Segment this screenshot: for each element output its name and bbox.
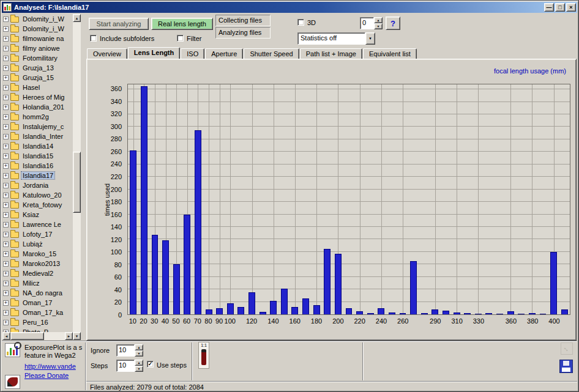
expand-icon[interactable]: + — [3, 261, 9, 267]
expand-icon[interactable]: + — [3, 251, 9, 257]
expand-icon[interactable]: + — [3, 193, 9, 198]
expand-icon[interactable]: + — [3, 300, 9, 306]
tree-item[interactable]: +Kreta_fotowy — [2, 200, 73, 210]
spin-up-icon[interactable]: ▲ — [135, 344, 143, 350]
website-link[interactable]: http://www.vande — [24, 363, 76, 370]
chevron-down-icon[interactable]: ▼ — [365, 32, 375, 45]
expand-icon[interactable]: + — [3, 290, 9, 296]
tree-item[interactable]: +Oman_17 — [2, 298, 73, 308]
minimize-button[interactable]: — — [544, 3, 554, 12]
expand-icon[interactable]: + — [3, 95, 9, 100]
scroll-left-icon[interactable]: ◄ — [2, 332, 10, 340]
expand-icon[interactable]: + — [3, 320, 9, 325]
expand-icon[interactable]: + — [3, 134, 9, 139]
expand-icon[interactable]: + — [3, 105, 9, 110]
expand-icon[interactable]: + — [3, 75, 9, 81]
use-steps-checkbox[interactable]: ✓ — [147, 361, 154, 368]
tree-item[interactable]: +Maroko2013 — [2, 259, 73, 268]
filter-checkbox[interactable] — [177, 35, 184, 42]
scroll-up-icon[interactable]: ▲ — [73, 14, 81, 22]
expand-icon[interactable]: + — [3, 36, 9, 42]
tree-item[interactable]: +Islandia14 — [2, 141, 73, 151]
expand-icon[interactable]: + — [3, 173, 9, 179]
tree-item[interactable]: +Lofoty_17 — [2, 229, 73, 239]
include-subfolders-checkbox[interactable] — [90, 35, 97, 42]
tab-shutter-speed[interactable]: Shutter Speed — [244, 48, 299, 59]
tree-item[interactable]: +Instalujemy_c — [2, 122, 73, 131]
statistics-dropdown[interactable]: Statistics off ▼ — [297, 32, 375, 45]
expand-icon[interactable]: + — [3, 144, 9, 149]
spin-up-icon[interactable]: ▲ — [374, 17, 383, 23]
tree-item[interactable]: +Lawrence Le — [2, 220, 73, 229]
expand-icon[interactable]: + — [3, 222, 9, 227]
tree-item[interactable]: +Peru_16 — [2, 317, 73, 327]
expand-icon[interactable]: + — [3, 281, 9, 286]
close-button[interactable]: × — [566, 3, 576, 12]
donate-link[interactable]: Please Donate — [24, 372, 69, 379]
tab-overview[interactable]: Overview — [87, 48, 127, 59]
titlebar[interactable]: Analysed: F:\Islandia17 — □ × — [2, 2, 577, 13]
tree-item[interactable]: +Photo_P — [2, 327, 73, 332]
tree-item[interactable]: +Katulowo_20 — [2, 190, 73, 200]
expand-icon[interactable]: + — [3, 114, 9, 120]
expand-icon[interactable]: + — [3, 153, 9, 159]
folder-tree[interactable]: +Dolomity_i_W+Dolomity_i_W+filmowanie na… — [2, 14, 73, 332]
tree-item[interactable]: +Hasel — [2, 83, 73, 92]
expand-icon[interactable]: + — [3, 17, 9, 22]
expand-icon[interactable]: + — [3, 46, 9, 51]
tree-item[interactable]: +Gruzja_15 — [2, 73, 73, 83]
expand-icon[interactable]: + — [3, 26, 9, 32]
tree-item[interactable]: +Milicz — [2, 278, 73, 288]
tree-item[interactable]: +Gruzja_13 — [2, 63, 73, 73]
tree-item[interactable]: +Islandia17 — [2, 171, 73, 180]
steps-value[interactable]: 10 — [116, 360, 135, 372]
start-analyzing-button[interactable]: Start analyzing — [89, 18, 149, 30]
tree-vertical-scrollbar[interactable]: ▲ ▼ — [73, 14, 81, 340]
ignore-spinner[interactable]: 10 ▲ ▼ — [116, 344, 143, 357]
3d-spinner[interactable]: 0 ▲ ▼ — [360, 17, 383, 29]
tree-item[interactable]: +Islandia15 — [2, 151, 73, 161]
tree-item[interactable]: +NA_do nagra — [2, 288, 73, 298]
spin-down-icon[interactable]: ▼ — [135, 366, 143, 372]
expand-icon[interactable]: + — [3, 183, 9, 188]
tree-item[interactable]: +Jordania — [2, 180, 73, 190]
tab-aperture[interactable]: Aperture — [205, 48, 243, 59]
tree-item[interactable]: +Fotomilitary — [2, 53, 73, 63]
spin-up-icon[interactable]: ▲ — [135, 360, 143, 366]
expand-icon[interactable]: + — [3, 163, 9, 169]
tab-path-list-image[interactable]: Path list + Image — [300, 48, 362, 59]
tree-item[interactable]: +Dolomity_i_W — [2, 24, 73, 34]
ignore-value[interactable]: 10 — [116, 344, 135, 357]
tree-item[interactable]: +filmowanie na — [2, 34, 73, 43]
expand-icon[interactable]: + — [3, 242, 9, 247]
tree-item[interactable]: +Lubiąż — [2, 239, 73, 249]
tree-item[interactable]: +Dolomity_i_W — [2, 14, 73, 24]
tree-item[interactable]: +Oman_17_ka — [2, 308, 73, 317]
expand-icon[interactable]: + — [3, 85, 9, 91]
3d-spinner-value[interactable]: 0 — [360, 17, 374, 29]
tab-lens-length[interactable]: Lens Length — [128, 47, 180, 59]
spin-down-icon[interactable]: ▼ — [135, 350, 143, 357]
tab-iso[interactable]: ISO — [181, 48, 204, 59]
3d-checkbox[interactable] — [297, 19, 304, 26]
scroll-down-icon[interactable]: ▼ — [73, 332, 81, 340]
maximize-button[interactable]: □ — [555, 3, 565, 12]
scrollbar-thumb[interactable] — [73, 152, 81, 213]
tree-item[interactable]: +Heroes of Mig — [2, 92, 73, 102]
tree-item[interactable]: +Islandia_Inter — [2, 131, 73, 141]
tree-item[interactable]: +Ksiaz — [2, 210, 73, 220]
steps-spinner[interactable]: 10 ▲ ▼ — [116, 360, 143, 372]
spin-down-icon[interactable]: ▼ — [374, 23, 383, 29]
scrollbar-thumb[interactable] — [10, 332, 44, 340]
tree-item[interactable]: +Medieval2 — [2, 268, 73, 278]
tree-item[interactable]: +filmy aniowe — [2, 43, 73, 53]
tree-horizontal-scrollbar[interactable]: ◄ ► — [2, 332, 73, 340]
expand-icon[interactable]: + — [3, 212, 9, 218]
expand-icon[interactable]: + — [3, 232, 9, 237]
real-lens-length-button[interactable]: Real lens length — [151, 18, 213, 30]
tree-item[interactable]: +homm2g — [2, 112, 73, 122]
save-button[interactable] — [559, 360, 573, 373]
expand-icon[interactable]: + — [3, 202, 9, 208]
tree-item[interactable]: +Maroko_15 — [2, 249, 73, 259]
help-button[interactable]: ? — [386, 17, 400, 30]
